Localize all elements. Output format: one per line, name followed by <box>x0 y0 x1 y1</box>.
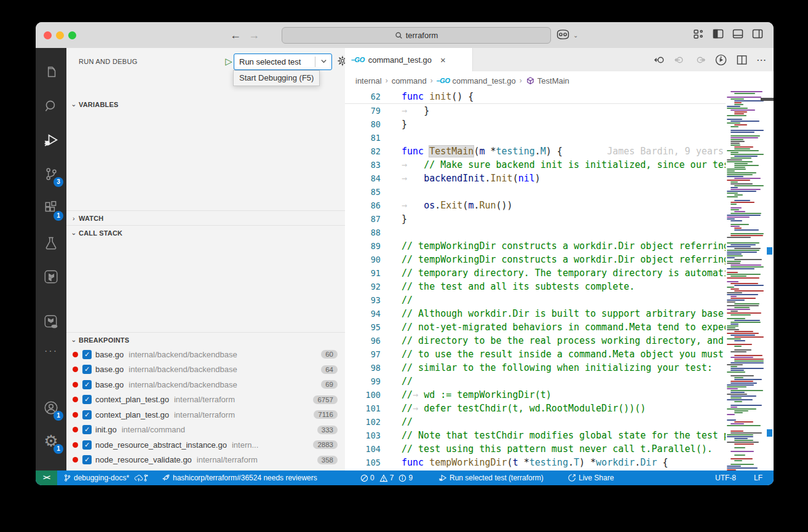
debug-run-icon <box>438 474 447 482</box>
breadcrumb-file[interactable]: command_test.go <box>452 76 515 85</box>
breakpoint-row[interactable]: ✓init.gointernal/command333 <box>66 423 345 437</box>
problems-status[interactable]: 0 7 9 <box>360 470 413 485</box>
copilot-menu-chevron-icon[interactable]: ⌄ <box>573 32 578 39</box>
breakpoint-checkbox[interactable]: ✓ <box>82 440 92 450</box>
extensions-icon[interactable]: 1 <box>36 193 66 223</box>
code-text: // <box>381 293 726 307</box>
eol-status[interactable]: LF <box>754 470 762 485</box>
terraform-icon[interactable] <box>36 261 66 292</box>
breakpoint-row[interactable]: ✓context_plan_test.gointernal/terraform7… <box>66 407 345 422</box>
close-window-button[interactable] <box>44 31 52 39</box>
breakpoint-checkbox[interactable]: ✓ <box>82 365 92 374</box>
split-editor-icon[interactable] <box>736 54 748 66</box>
breakpoint-row[interactable]: ✓base.gointernal/backend/backendbase69 <box>66 377 345 392</box>
breakpoint-row[interactable]: ✓context_plan_test.gointernal/terraform6… <box>66 392 345 407</box>
encoding-status[interactable]: UTF-8 <box>715 470 736 485</box>
command-center-search[interactable]: terraform <box>282 27 551 44</box>
watch-section-header[interactable]: › WATCH <box>66 210 345 225</box>
breakpoint-row[interactable]: ✓base.gointernal/backend/backendbase64 <box>66 362 345 377</box>
editor-more-actions-icon[interactable]: ⋯ <box>756 54 766 66</box>
line-number: 105 <box>345 456 381 469</box>
customize-layout-icon[interactable] <box>692 28 705 40</box>
toggle-panel-icon[interactable] <box>732 28 744 40</box>
breakpoint-checkbox[interactable]: ✓ <box>82 425 92 434</box>
search-sidebar-icon[interactable] <box>36 91 66 122</box>
breakpoint-row[interactable]: ✓base.gointernal/backend/backendbase60 <box>66 347 345 362</box>
ruler-info-mark <box>767 429 772 437</box>
rocket-icon <box>162 474 170 482</box>
code-line: 84→ backendInit.Init(nil) <box>345 172 726 185</box>
breakpoint-path: internal/terraform <box>174 410 310 419</box>
continue-icon[interactable] <box>694 54 706 66</box>
run-task-status[interactable]: Run selected test (terraform) <box>438 470 544 485</box>
tab-label: command_test.go <box>368 55 432 65</box>
code-line: 104// test using this pattern must never… <box>345 442 726 456</box>
code-text: func TestMain(m *testing.M) { James Bard… <box>381 145 726 158</box>
close-tab-icon[interactable]: × <box>440 55 446 65</box>
breakpoint-line-badge: 358 <box>317 456 338 464</box>
breakpoint-path: internal/backend/backendbase <box>129 380 317 389</box>
git-branch-status[interactable]: debugging-docs* <box>63 470 143 485</box>
remote-indicator[interactable]: >< <box>36 470 57 485</box>
breakpoint-file: init.go <box>95 425 117 434</box>
tab-command-test-go[interactable]: –GO command_test.go × <box>345 48 473 71</box>
variables-section-header[interactable]: ⌄ VARIABLES <box>66 97 345 111</box>
breakpoints-section-header[interactable]: ⌄ BREAKPOINTS <box>66 332 345 347</box>
step-back-icon[interactable] <box>654 54 665 66</box>
breakpoint-dot-icon <box>73 397 78 402</box>
toggle-secondary-sidebar-icon[interactable] <box>751 28 764 40</box>
overview-ruler[interactable] <box>765 90 774 470</box>
code-text: → // Make sure backend init is initializ… <box>381 158 726 172</box>
pull-request-status[interactable]: hashicorp/terraform#36524 needs reviewer… <box>162 470 317 485</box>
gitlens-status-icon[interactable] <box>141 470 149 485</box>
run-and-debug-icon[interactable] <box>36 125 66 156</box>
breadcrumb-symbol[interactable]: TestMain <box>537 76 569 85</box>
breakpoint-row[interactable]: ✓node_resource_validate.gointernal/terra… <box>66 453 345 467</box>
breakpoint-checkbox[interactable]: ✓ <box>82 455 92 464</box>
minimize-window-button[interactable] <box>56 31 64 39</box>
explorer-icon[interactable] <box>36 57 66 88</box>
testing-icon[interactable] <box>36 228 66 258</box>
go-file-icon: –GO <box>437 77 450 84</box>
live-share-status[interactable]: Live Share <box>568 470 614 485</box>
code-line: 96// directory to be the real process wo… <box>345 334 726 347</box>
navigate-forward-icon[interactable]: → <box>247 27 261 43</box>
code-line: 103// Note that testChdir modifies globa… <box>345 429 726 442</box>
live-share-icon <box>568 474 576 482</box>
chevron-right-icon: › <box>69 215 79 222</box>
breadcrumb-command[interactable]: command <box>392 76 427 85</box>
code-line: 99// <box>345 375 726 388</box>
additional-views-icon[interactable]: ··· <box>36 336 66 367</box>
breakpoint-row[interactable]: ✓node_resource_abstract_instance.gointer… <box>66 437 345 452</box>
breakpoint-checkbox[interactable]: ✓ <box>82 395 92 404</box>
terraform-cloud-icon[interactable] <box>36 306 66 337</box>
call-stack-section-header[interactable]: ⌄ CALL STACK <box>66 225 345 240</box>
minimap[interactable] <box>726 90 765 470</box>
breakpoint-file: base.go <box>95 380 124 389</box>
accounts-icon[interactable]: 1 <box>36 392 66 423</box>
navigate-back-icon[interactable]: ← <box>228 27 243 43</box>
source-control-icon[interactable]: 3 <box>36 159 66 189</box>
code-editor[interactable]: 62func init() {79→ }80}8182func TestMain… <box>345 90 726 470</box>
code-text: // Note that testChdir modifies global s… <box>381 429 726 442</box>
run-or-debug-icon[interactable] <box>715 54 727 66</box>
breakpoint-file: base.go <box>95 350 124 359</box>
breakpoint-file: node_resource_validate.go <box>95 455 192 464</box>
breakpoint-checkbox[interactable]: ✓ <box>82 410 92 419</box>
settings-gear-icon[interactable]: ⚙ 1 <box>36 426 66 456</box>
breadcrumb-internal[interactable]: internal <box>355 76 382 85</box>
launch-configuration-dropdown[interactable]: Run selected test <box>234 54 332 70</box>
code-text: // <box>381 415 726 429</box>
zoom-window-button[interactable] <box>68 31 76 39</box>
scrollbar-thumb[interactable] <box>761 98 774 101</box>
toggle-primary-sidebar-icon[interactable] <box>712 28 724 40</box>
breakpoint-checkbox[interactable]: ✓ <box>82 350 92 359</box>
infos-icon <box>398 474 406 482</box>
code-line: 62func init() { <box>345 90 726 104</box>
code-text: // Although workdir.Dir is built to supp… <box>381 307 726 320</box>
reverse-continue-icon[interactable] <box>674 54 686 66</box>
line-number: 99 <box>345 375 381 388</box>
breakpoint-checkbox[interactable]: ✓ <box>82 380 92 389</box>
line-number: 87 <box>345 212 381 226</box>
copilot-icon[interactable] <box>555 28 571 41</box>
